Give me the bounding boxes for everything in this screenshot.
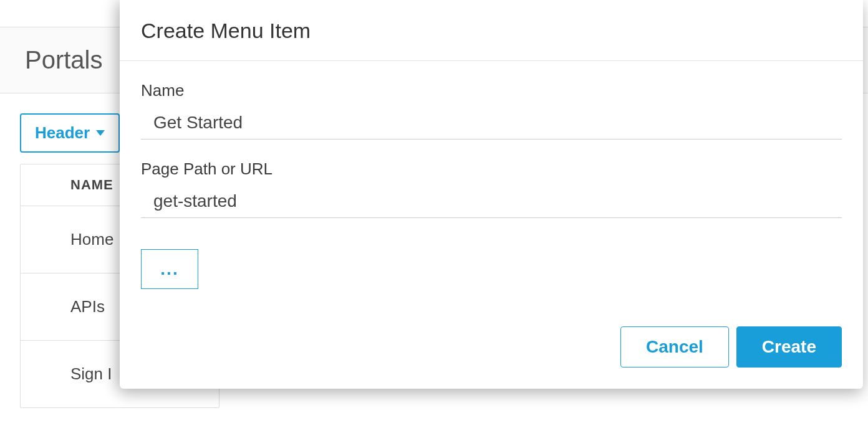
name-input[interactable] bbox=[141, 108, 842, 140]
create-menu-item-modal: Create Menu Item Name Page Path or URL .… bbox=[120, 0, 863, 389]
cancel-button[interactable]: Cancel bbox=[620, 326, 729, 368]
more-options-button[interactable]: ... bbox=[141, 249, 198, 289]
modal-divider bbox=[120, 60, 863, 61]
header-dropdown[interactable]: Header bbox=[20, 113, 120, 153]
path-input[interactable] bbox=[141, 186, 842, 218]
modal-actions: Cancel Create bbox=[141, 326, 842, 368]
caret-down-icon bbox=[96, 130, 105, 136]
create-button[interactable]: Create bbox=[736, 326, 842, 368]
path-label: Page Path or URL bbox=[141, 159, 842, 179]
form-group-path: Page Path or URL bbox=[141, 159, 842, 218]
name-label: Name bbox=[141, 81, 842, 100]
header-dropdown-label: Header bbox=[35, 123, 90, 143]
ellipsis-icon: ... bbox=[160, 260, 178, 278]
modal-title: Create Menu Item bbox=[141, 19, 842, 60]
form-group-name: Name bbox=[141, 81, 842, 140]
